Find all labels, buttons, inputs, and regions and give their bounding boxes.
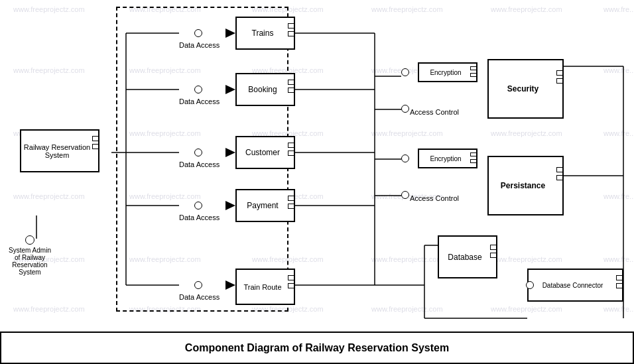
database-connector-label: Database Connector <box>542 282 609 289</box>
database-connector-box: Database Connector <box>527 269 623 302</box>
customer-box: Customer <box>235 136 295 169</box>
railway-reservation-system-box: Railway Reservation System <box>20 129 99 172</box>
trains-label: Trains <box>252 29 279 38</box>
watermark-19: www.freeprojectz.com <box>13 192 85 200</box>
notch-icon <box>288 88 294 93</box>
data-access-circle-3 <box>194 149 202 156</box>
watermark-35: www.freeprojectz.com <box>491 305 562 313</box>
notch-icon <box>288 23 294 29</box>
data-access-label-4: Data Access <box>179 213 220 221</box>
payment-label: Payment <box>247 201 283 210</box>
system-admin-label: System Adminof RailwayReservationSystem <box>3 247 56 276</box>
notch-icon <box>470 73 477 77</box>
persistance-box: Persistance <box>487 156 564 215</box>
encryption-1-box: Encryption <box>418 62 477 82</box>
notch-icon <box>556 175 563 180</box>
notch-icon <box>616 283 623 288</box>
system-admin-circle <box>25 235 34 245</box>
database-connector-circle <box>526 281 534 289</box>
notch-icon <box>288 204 294 209</box>
watermark-4: www.freeprojectz.com <box>371 5 443 13</box>
watermark-24: www.fre... <box>603 192 634 200</box>
database-box: Database <box>438 235 497 278</box>
encryption-2-box: Encryption <box>418 149 477 168</box>
notch-icon <box>556 167 563 172</box>
access-control-2-label: Access Control <box>410 194 459 202</box>
notch-icon <box>288 31 294 36</box>
notch-icon <box>616 275 623 280</box>
notch-icon <box>556 70 563 76</box>
notch-icon <box>288 143 294 148</box>
encryption-2-circle <box>401 154 409 162</box>
caption-text: Component Diagram of Railway Reservation… <box>185 342 449 354</box>
data-access-label-5: Data Access <box>179 293 220 301</box>
trains-box: Trains <box>235 17 295 50</box>
encryption-2-label: Encryption <box>430 155 465 162</box>
security-box: Security <box>487 59 564 119</box>
customer-label: Customer <box>245 148 285 157</box>
access-control-1-label: Access Control <box>410 108 459 116</box>
access-control-1-circle <box>401 105 409 113</box>
caption-bar: Component Diagram of Railway Reservation… <box>0 332 634 364</box>
watermark-18: www.fre... <box>603 129 634 137</box>
data-access-circle-4 <box>194 202 202 210</box>
data-access-circle-1 <box>194 29 202 37</box>
watermark-28: www.freeprojectz.com <box>371 255 443 263</box>
watermark-6: www.fre... <box>603 5 634 13</box>
payment-box: Payment <box>235 189 295 222</box>
data-access-circle-2 <box>194 86 202 93</box>
notch-icon <box>288 283 294 288</box>
watermark-16: www.freeprojectz.com <box>371 129 443 137</box>
watermark-34: www.freeprojectz.com <box>371 305 443 313</box>
notch-icon <box>470 66 477 70</box>
watermark-36: www.fre... <box>603 305 634 313</box>
notch-icon <box>470 152 477 156</box>
notch-icon <box>288 151 294 156</box>
notch-icon <box>490 245 497 250</box>
watermark-31: www.freeprojectz.com <box>13 305 85 313</box>
watermark-5: www.freeprojectz.com <box>491 5 562 13</box>
notch-icon <box>490 253 497 258</box>
train-route-box: Train Route <box>235 269 295 305</box>
train-route-label: Train Route <box>243 283 286 291</box>
watermark-1: www.freeprojectz.com <box>13 5 85 13</box>
encryption-1-circle <box>401 68 409 76</box>
notch-icon <box>288 80 294 85</box>
data-access-label-2: Data Access <box>179 97 220 105</box>
notch-icon <box>92 136 99 141</box>
security-label: Security <box>507 84 544 93</box>
persistance-label: Persistance <box>501 181 550 190</box>
booking-box: Booking <box>235 73 295 106</box>
watermark-17: www.freeprojectz.com <box>491 129 562 137</box>
booking-label: Booking <box>248 85 282 94</box>
notch-icon <box>92 144 99 149</box>
data-access-label-3: Data Access <box>179 160 220 168</box>
watermark-12: www.fre... <box>603 66 634 74</box>
watermark-29: www.freeprojectz.com <box>491 255 562 263</box>
data-access-circle-5 <box>194 281 202 289</box>
watermark-30: www.fre... <box>603 255 634 263</box>
railway-system-label: Railway Reservation System <box>21 143 98 159</box>
notch-icon <box>288 275 294 280</box>
data-access-label-1: Data Access <box>179 41 220 49</box>
encryption-1-label: Encryption <box>430 69 465 76</box>
notch-icon <box>288 196 294 201</box>
notch-icon <box>556 78 563 84</box>
database-label: Database <box>448 253 487 262</box>
access-control-2-circle <box>401 191 409 199</box>
notch-icon <box>470 159 477 163</box>
watermark-7: www.freeprojectz.com <box>13 66 85 74</box>
